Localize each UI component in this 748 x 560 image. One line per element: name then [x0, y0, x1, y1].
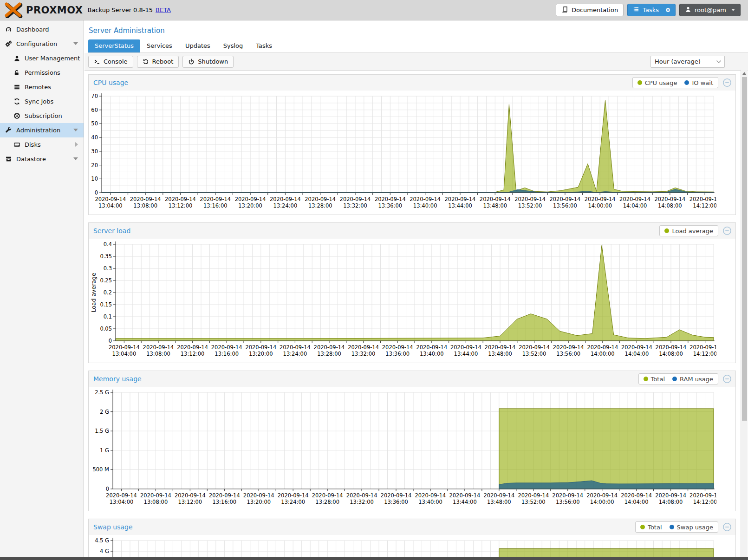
svg-text:13:16:00: 13:16:00: [203, 202, 228, 209]
tab-services[interactable]: Services: [140, 39, 179, 52]
scrollbar-thumb[interactable]: [742, 77, 747, 421]
panels-container: CPU usageCPU usageIO wait010203040506070…: [85, 71, 748, 557]
sidebar-item-dashboard[interactable]: Dashboard: [0, 22, 84, 37]
svg-text:1 G: 1 G: [100, 447, 109, 454]
svg-text:40: 40: [91, 134, 98, 141]
svg-text:2020-09-14: 2020-09-14: [483, 492, 514, 499]
sidebar-item-datastore[interactable]: Datastore: [0, 152, 84, 166]
svg-text:0: 0: [109, 338, 112, 344]
svg-text:500 M: 500 M: [92, 466, 109, 473]
svg-text:0: 0: [106, 486, 109, 492]
svg-text:0.3: 0.3: [104, 265, 112, 272]
chevron-down-icon[interactable]: [73, 157, 78, 160]
sidebar-nav: DashboardConfigurationUser ManagementPer…: [0, 20, 84, 557]
legend-item-io-wait[interactable]: IO wait: [684, 79, 713, 86]
svg-text:2020-09-14: 2020-09-14: [245, 344, 276, 351]
tab-updates[interactable]: Updates: [179, 39, 217, 52]
svg-text:13:04:00: 13:04:00: [112, 351, 137, 357]
main-area: Server Administration ServerStatusServic…: [85, 20, 748, 557]
chart-legend: TotalRAM usage: [638, 373, 718, 384]
panel-cpu-usage: CPU usageCPU usageIO wait010203040506070…: [88, 74, 736, 215]
svg-text:2020-09-14: 2020-09-14: [416, 344, 447, 351]
svg-text:13:40:00: 13:40:00: [413, 202, 437, 209]
svg-text:2020-09-14: 2020-09-14: [305, 196, 336, 202]
svg-text:2020-09-14: 2020-09-14: [621, 492, 652, 499]
tab-serverstatus[interactable]: ServerStatus: [88, 39, 140, 52]
legend-item-load-average[interactable]: Load average: [664, 228, 713, 234]
book-icon: [561, 6, 568, 14]
legend-item-ram-usage[interactable]: RAM usage: [672, 376, 713, 383]
svg-text:13:08:00: 13:08:00: [133, 202, 157, 209]
svg-text:13:24:00: 13:24:00: [273, 202, 298, 209]
svg-text:13:04:00: 13:04:00: [110, 499, 134, 505]
panel-server-load: Server loadLoad average00.050.10.150.20.…: [88, 222, 736, 363]
beta-link[interactable]: BETA: [156, 7, 171, 13]
svg-text:Load average: Load average: [90, 273, 97, 312]
svg-text:13:08:00: 13:08:00: [146, 351, 170, 357]
shutdown-button[interactable]: Shutdown: [182, 56, 234, 68]
documentation-button[interactable]: Documentation: [556, 4, 624, 16]
legend-dot-icon: [664, 228, 669, 233]
user-menu-button[interactable]: root@pam: [679, 4, 741, 16]
sidebar-item-label: Remotes: [25, 84, 51, 91]
legend-item-swap-usage[interactable]: Swap usage: [670, 524, 713, 531]
collapse-panel-button[interactable]: [722, 78, 732, 87]
tasks-button[interactable]: Tasks 0: [627, 4, 676, 16]
svg-text:14:12:00: 14:12:00: [693, 351, 716, 357]
panel-title: Swap usage: [93, 523, 133, 531]
scroll-up-arrow-icon[interactable]: [742, 72, 746, 75]
svg-text:13:28:00: 13:28:00: [317, 351, 341, 357]
legend-item-cpu-usage[interactable]: CPU usage: [637, 79, 677, 86]
sidebar-item-administration[interactable]: Administration: [0, 123, 84, 137]
svg-text:2020-09-14: 2020-09-14: [175, 492, 206, 499]
svg-text:2020-09-14: 2020-09-14: [586, 492, 618, 499]
disk-icon: [13, 141, 21, 148]
svg-text:2020-09-14: 2020-09-14: [165, 196, 196, 202]
svg-text:13:20:00: 13:20:00: [247, 499, 271, 505]
user-label: root@pam: [695, 7, 726, 13]
timeframe-select[interactable]: Hour (average): [650, 56, 725, 68]
svg-text:13:32:00: 13:32:00: [343, 202, 367, 209]
svg-text:13:48:00: 13:48:00: [488, 351, 512, 357]
sidebar-item-remotes[interactable]: Remotes: [0, 80, 84, 94]
legend-item-total[interactable]: Total: [640, 524, 662, 531]
chevron-down-icon[interactable]: [73, 129, 78, 131]
sidebar-item-permissions[interactable]: Permissions: [0, 65, 84, 80]
svg-text:13:40:00: 13:40:00: [418, 499, 442, 505]
tab-syslog[interactable]: Syslog: [217, 39, 250, 52]
tab-bar: ServerStatusServicesUpdatesSyslogTasks: [88, 40, 748, 53]
svg-text:13:28:00: 13:28:00: [308, 202, 332, 209]
svg-text:2020-09-14: 2020-09-14: [553, 344, 584, 351]
panel-title: Server load: [93, 227, 130, 234]
panel-body: 0102030405060702020-09-1413:04:002020-09…: [89, 91, 735, 215]
svg-text:13:24:00: 13:24:00: [281, 499, 305, 505]
console-button[interactable]: Console: [88, 56, 133, 68]
svg-text:0: 0: [95, 189, 98, 196]
svg-text:0.05: 0.05: [100, 326, 112, 332]
sidebar-item-disks[interactable]: Disks: [0, 137, 84, 152]
svg-text:2020-09-14: 2020-09-14: [243, 492, 274, 499]
chevron-right-icon[interactable]: [75, 142, 78, 147]
sidebar-item-subscription[interactable]: Subscription: [0, 109, 84, 123]
svg-text:13:12:00: 13:12:00: [169, 202, 193, 209]
chevron-down-icon[interactable]: [73, 42, 78, 45]
window-bottom-edge: [0, 557, 748, 560]
vertical-scrollbar[interactable]: [741, 70, 748, 557]
legend-item-total[interactable]: Total: [644, 376, 665, 383]
sidebar-item-sync-jobs[interactable]: Sync Jobs: [0, 94, 84, 109]
sidebar-item-configuration[interactable]: Configuration: [0, 37, 84, 51]
sidebar-item-label: Datastore: [16, 156, 46, 163]
collapse-panel-button[interactable]: [722, 522, 732, 532]
collapse-panel-button[interactable]: [722, 226, 732, 235]
svg-text:13:20:00: 13:20:00: [238, 202, 262, 209]
collapse-panel-button[interactable]: [722, 374, 732, 384]
tab-tasks[interactable]: Tasks: [249, 39, 279, 52]
svg-text:2020-09-14: 2020-09-14: [109, 344, 140, 351]
svg-text:2020-09-14: 2020-09-14: [270, 196, 301, 202]
svg-text:2020-09-14: 2020-09-14: [177, 344, 208, 351]
sync-icon: [13, 98, 21, 105]
svg-text:2020-09-14: 2020-09-14: [655, 492, 686, 499]
reboot-button[interactable]: Reboot: [137, 56, 179, 68]
svg-text:13:24:00: 13:24:00: [283, 351, 307, 357]
sidebar-item-user-management[interactable]: User Management: [0, 51, 84, 65]
